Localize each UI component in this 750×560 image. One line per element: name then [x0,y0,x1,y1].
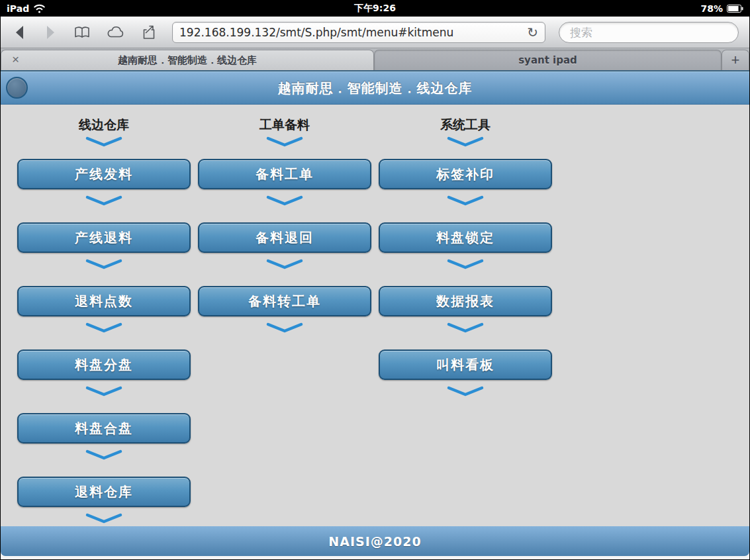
page-header: 越南耐思．智能制造．线边仓库 [1,71,749,105]
forward-button[interactable] [42,23,59,42]
menu-button[interactable]: 料盘锁定 [379,222,552,253]
menu-columns: 线边仓库产线发料产线退料退料点数料盘分盘料盘合盘退料仓库工单备料备料工单备料退回… [1,105,749,526]
clock: 下午9:26 [1,3,749,15]
wifi-icon [33,4,46,13]
chevron-down-icon [85,322,123,336]
chevron-down-icon [85,385,123,400]
menu-button[interactable]: 标签补印 [379,159,552,189]
menu-button[interactable]: 料盘分盘 [17,350,191,380]
chevron-down-icon [446,136,485,150]
chevron-down-icon [85,195,123,209]
footer-text: NAISI@2020 [328,534,421,549]
menu-button[interactable]: 备料退回 [198,222,371,253]
chevron-down-icon [446,258,485,273]
url-input[interactable] [179,26,523,39]
menu-column: 工单备料备料工单备料退回备料转工单 [198,114,371,526]
device-label: iPad [7,3,29,14]
chevron-down-icon [85,258,123,273]
ipad-screen: iPad 下午9:26 78% [0,0,750,560]
share-icon[interactable] [139,23,159,42]
menu-column: 线边仓库产线发料产线退料退料点数料盘分盘料盘合盘退料仓库 [17,114,191,526]
tab-title: syant ipad [375,54,721,66]
chevron-down-icon [265,195,304,209]
menu-button[interactable]: 数据报表 [379,286,552,316]
search-input[interactable] [559,22,739,43]
back-button[interactable] [11,23,28,42]
bottom-strip [1,556,749,559]
status-bar: iPad 下午9:26 78% [1,1,749,17]
url-field[interactable]: ↻ [172,22,545,43]
chevron-down-icon [265,258,304,273]
reload-icon[interactable]: ↻ [523,26,538,39]
page-title: 越南耐思．智能制造．线边仓库 [278,79,473,97]
page-footer: NAISI@2020 [1,526,749,556]
column-header: 工单备料 [259,117,310,134]
new-tab-button[interactable]: + [722,50,749,70]
menu-button[interactable]: 料盘合盘 [17,413,191,443]
browser-toolbar: ↻ [1,17,749,48]
chevron-down-icon [85,449,123,463]
menu-button[interactable]: 备料工单 [198,159,371,189]
chevron-down-icon [265,322,304,336]
chevron-down-icon [85,512,123,526]
battery-percent: 78% [700,3,723,14]
battery-icon [727,5,743,13]
tab-inactive[interactable]: syant ipad [374,50,722,70]
chevron-down-icon [265,136,304,150]
chevron-down-icon [446,195,485,209]
icloud-tabs-icon[interactable] [105,24,126,40]
menu-button[interactable]: 产线发料 [17,159,191,189]
bookmarks-icon[interactable] [72,24,92,40]
chevron-down-icon [85,136,123,150]
header-circle-button[interactable] [6,77,28,99]
menu-button[interactable]: 退料点数 [17,286,191,316]
menu-button[interactable]: 退料仓库 [17,477,191,507]
tab-title: 越南耐思．智能制造．线边仓库 [1,54,373,67]
page-content: 线边仓库产线发料产线退料退料点数料盘分盘料盘合盘退料仓库工单备料备料工单备料退回… [1,105,749,526]
column-header: 线边仓库 [79,117,129,134]
close-icon[interactable]: × [12,53,19,66]
menu-button[interactable]: 产线退料 [17,222,191,253]
menu-button[interactable]: 叫料看板 [379,350,552,380]
chevron-down-icon [446,385,485,400]
chevron-down-icon [446,322,485,336]
tab-bar: × 越南耐思．智能制造．线边仓库 syant ipad + [1,48,749,71]
menu-button[interactable]: 备料转工单 [198,286,371,316]
column-header: 系统工具 [440,117,491,134]
tab-active[interactable]: × 越南耐思．智能制造．线边仓库 [1,50,374,70]
menu-column: 系统工具标签补印料盘锁定数据报表叫料看板 [379,114,552,526]
